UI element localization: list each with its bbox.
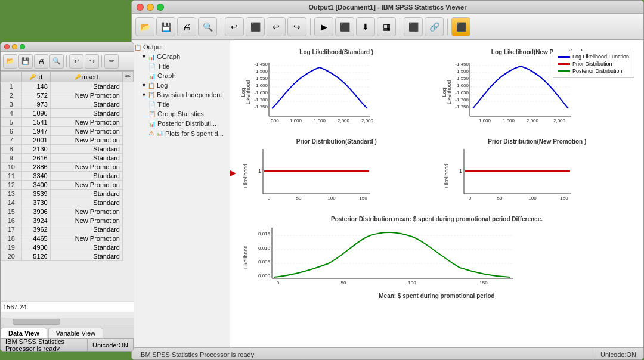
nav-output[interactable]: 📋 Output (132, 42, 230, 52)
cell-id: 2886 (21, 163, 50, 172)
close-button[interactable] (137, 4, 144, 11)
table-row[interactable]: 123400New Promotion (1, 181, 134, 190)
data-view-tab[interactable]: Data View (1, 328, 47, 338)
nav-graph[interactable]: 📊 Graph (132, 71, 230, 80)
table-row[interactable]: 1148Standard (1, 82, 134, 91)
table-row[interactable]: 102886New Promotion (1, 163, 134, 172)
data-status-encoding: Unicode:ON (92, 342, 128, 349)
row-number: 18 (1, 234, 22, 243)
row-number: 16 (1, 216, 22, 225)
table-row[interactable]: 133539Standard (1, 190, 134, 198)
svg-text:1: 1 (258, 168, 261, 174)
table-row[interactable]: 41096Standard (1, 109, 134, 118)
table-row[interactable]: 163924New Promotion (1, 216, 134, 225)
table-row[interactable]: 173962Standard (1, 225, 134, 234)
main-window: Output1 [Document1] - IBM SPSS Statistic… (131, 0, 644, 360)
data-redo-icon[interactable]: ↪ (85, 54, 99, 69)
add-col-header[interactable]: ✏ (123, 72, 134, 82)
svg-text:150: 150 (479, 280, 488, 285)
nav-posterior[interactable]: 📊 Posterior Distributi... (132, 119, 230, 128)
cell-insert: Standard (50, 252, 122, 261)
svg-text:1,500: 1,500 (314, 118, 326, 123)
nav-ggraph[interactable]: ▼ 📊 GGraph (132, 52, 230, 61)
table-row[interactable]: 153906New Promotion (1, 207, 134, 216)
data-hscroll[interactable] (1, 318, 134, 325)
data-close-btn[interactable] (4, 44, 10, 49)
nav-ggraph-label: GGraph (157, 53, 180, 60)
back-icon[interactable]: ↩ (225, 17, 244, 36)
row-number: 8 (1, 145, 22, 154)
data-undo-icon[interactable]: ↩ (69, 54, 83, 69)
table-row[interactable]: 3973Standard (1, 100, 134, 109)
cell-insert: New Promotion (50, 234, 122, 243)
data-save-icon[interactable]: 💾 (18, 54, 33, 69)
nav-log[interactable]: ▼ 📋 Log (132, 80, 230, 90)
find-icon[interactable]: 🔍 (198, 17, 217, 36)
link-icon[interactable]: ⬛ (404, 17, 423, 36)
table-row[interactable]: 194900Standard (1, 243, 134, 252)
row-number: 13 (1, 190, 22, 198)
minimize-button[interactable] (147, 4, 154, 11)
grid-icon[interactable]: ▦ (377, 17, 396, 36)
down-icon[interactable]: ⬇ (356, 17, 375, 36)
data-edit-icon[interactable]: ✏ (104, 54, 119, 69)
nav-title1[interactable]: 📄 Title (132, 61, 230, 71)
table-row[interactable]: 205126Standard (1, 252, 134, 261)
export-icon[interactable]: 🔗 (425, 17, 444, 36)
row-number: 17 (1, 225, 22, 234)
status-text: IBM SPSS Statistics Processor is ready (139, 351, 254, 358)
table-row[interactable]: 2572New Promotion (1, 91, 134, 100)
open-icon[interactable]: 📂 (135, 17, 154, 36)
svg-text:-1,650: -1,650 (455, 90, 469, 95)
save-icon[interactable]: 💾 (156, 17, 175, 36)
chart-area: Log Likelihood Function Prior Distributi… (230, 40, 643, 347)
bottom-cell: 1567.24 (1, 301, 134, 312)
svg-text:Likelihood: Likelihood (243, 164, 249, 188)
nav-plots-label: Plots for $ spent d... (165, 130, 224, 137)
table-row[interactable]: 61947New Promotion (1, 127, 134, 136)
data-max-btn[interactable] (20, 44, 25, 49)
table-icon[interactable]: ⬛ (335, 17, 354, 36)
table-row[interactable]: 184465New Promotion (1, 234, 134, 243)
data-open-icon[interactable]: 📂 (3, 54, 17, 69)
cell-insert: New Promotion (50, 127, 122, 136)
print-icon[interactable]: 🖨 (177, 17, 196, 36)
run-icon[interactable]: ▶ (314, 17, 333, 36)
cell-insert: Standard (50, 190, 122, 198)
data-min-btn[interactable] (12, 44, 17, 49)
nav-group-stats-label: Group Statistics (157, 110, 204, 117)
cell-insert: Standard (50, 198, 122, 207)
row-number: 20 (1, 252, 22, 261)
nav-group-stats[interactable]: 📋 Group Statistics (132, 109, 230, 119)
redo-icon[interactable]: ↪ (287, 17, 306, 36)
nav-posterior-label: Posterior Distributi... (157, 120, 216, 127)
svg-text:2,000: 2,000 (526, 118, 538, 123)
svg-text:-1,550: -1,550 (254, 76, 268, 81)
data-print-icon[interactable]: 🖨 (34, 54, 48, 69)
table-row[interactable]: 113340Standard (1, 172, 134, 181)
svg-text:0: 0 (277, 280, 280, 285)
svg-text:-1,700: -1,700 (254, 97, 268, 103)
cell-id: 572 (21, 91, 50, 100)
table-row[interactable]: 143730Standard (1, 198, 134, 207)
table-row[interactable]: 72001New Promotion (1, 136, 134, 145)
nav-title2[interactable]: 📄 Title (132, 100, 230, 109)
legend-posterior-line (558, 70, 570, 72)
table-row[interactable]: 51541New Promotion (1, 118, 134, 127)
row-number: 4 (1, 109, 22, 118)
active-icon[interactable]: ⬛ (451, 17, 470, 36)
red-arrow: ▶ (230, 166, 236, 179)
table-row[interactable]: 82130Standard (1, 145, 134, 154)
variable-view-tab[interactable]: Variable View (48, 328, 103, 338)
table-row[interactable]: 92616Standard (1, 154, 134, 163)
undo-icon[interactable]: ↩ (267, 17, 286, 36)
nav-bayesian[interactable]: ▼ 📋 Bayesian Independent (132, 90, 230, 100)
maximize-button[interactable] (157, 4, 164, 11)
cell-id: 4465 (21, 234, 50, 243)
hscroll-thumb[interactable] (13, 319, 60, 325)
row-number: 1 (1, 82, 22, 91)
nav1-icon[interactable]: ⬛ (246, 17, 265, 36)
data-zoom-icon[interactable]: 🔍 (49, 54, 64, 69)
title1-icon: 📄 (148, 63, 156, 70)
nav-plots[interactable]: ⚠ 📊 Plots for $ spent d... (132, 128, 230, 138)
